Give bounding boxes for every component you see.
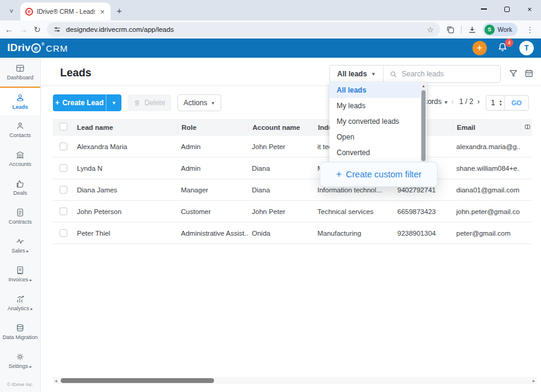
sidebar-item-sales[interactable]: Sales ▸	[0, 231, 40, 260]
cell-industry: Information technol...	[314, 186, 394, 194]
contracts-icon	[15, 207, 25, 218]
table-row[interactable]: Peter ThielAdministrative Assist...Onida…	[53, 222, 532, 244]
cell-role: Customer	[177, 208, 248, 215]
row-checkbox[interactable]	[60, 186, 67, 194]
filter-funnel-icon[interactable]	[509, 69, 518, 78]
stepper-down-icon[interactable]: ▾	[500, 103, 502, 106]
create-custom-filter-button[interactable]: + Create custom filter	[320, 162, 438, 187]
search-input[interactable]: Search leads	[384, 70, 500, 78]
toolbar-separator	[461, 25, 462, 34]
scroll-up-icon[interactable]: ▲	[420, 82, 427, 89]
dropdown-scrollbar[interactable]: ▲	[420, 82, 427, 162]
row-checkbox[interactable]	[60, 207, 67, 215]
column-header-role[interactable]: Role	[177, 123, 248, 132]
row-checkbox[interactable]	[60, 229, 67, 237]
page-number-input[interactable]: 1	[486, 99, 500, 107]
header-divider	[41, 85, 541, 86]
sidebar-item-contracts[interactable]: Contracts	[0, 202, 40, 231]
sidebar-item-label: Data Migration	[2, 335, 38, 340]
go-button[interactable]: GO	[504, 96, 528, 110]
bookmark-star-icon[interactable]: ☆	[427, 25, 434, 34]
browser-tab-strip: ˅ e IDrive® CRM - Leads × + ×	[0, 0, 541, 20]
sidebar-item-label: Analytics ▸	[7, 306, 32, 311]
actions-button[interactable]: Actions ▼	[177, 94, 221, 111]
sidebar-item-data-migration[interactable]: Data Migration	[0, 317, 40, 346]
column-header-account-name[interactable]: Account name	[248, 123, 314, 132]
row-checkbox[interactable]	[60, 142, 67, 150]
cell-lead: Peter Thiel	[73, 230, 177, 237]
sidebar-item-dashboard[interactable]: Dashboard	[0, 58, 40, 87]
page-indicator: 1 / 2	[459, 97, 473, 106]
select-all-checkbox[interactable]	[60, 123, 67, 130]
row-checkbox[interactable]	[60, 164, 67, 172]
filter-option-all-leads[interactable]: All leads	[329, 82, 420, 98]
tab-title: IDrive® CRM - Leads	[37, 8, 95, 15]
window-close-button[interactable]: ×	[518, 1, 541, 17]
download-icon[interactable]	[468, 25, 477, 34]
table-row[interactable]: Diana JamesManagerDianaInformation techn…	[53, 179, 532, 201]
table-row[interactable]: John PetersonCustomerJohn PeterTechnical…	[53, 201, 532, 222]
window-minimize-button[interactable]	[472, 1, 495, 17]
tab-close-icon[interactable]: ×	[99, 7, 106, 16]
cell-email: shane.william084+e...	[453, 165, 520, 172]
delete-button[interactable]: Delete	[127, 94, 171, 111]
scrollbar-track[interactable]	[59, 377, 531, 384]
leads-filter-dropdown-trigger[interactable]: All leads ▼	[330, 66, 384, 82]
browser-profile-chip[interactable]: S Work	[483, 23, 518, 36]
next-page-button[interactable]: ›	[477, 97, 480, 106]
quick-add-button[interactable]: +	[472, 41, 487, 55]
sidebar-item-leads[interactable]: Leads	[0, 87, 40, 115]
window-restore-button[interactable]	[495, 1, 518, 17]
cell-email: diana01@gmail.com	[453, 186, 520, 194]
sidebar-item-analytics[interactable]: Analytics ▸	[0, 289, 40, 317]
browser-menu-icon[interactable]: ⋮	[524, 25, 536, 34]
back-icon[interactable]: ←	[5, 25, 13, 34]
filter-option-my-converted-leads[interactable]: My converted leads	[329, 114, 420, 129]
cell-role: Admin	[177, 165, 248, 172]
column-picker-icon[interactable]	[524, 123, 531, 131]
scroll-right-icon[interactable]: ▸	[531, 378, 537, 384]
page-stepper[interactable]: ▴▾	[500, 99, 502, 106]
dropdown-scrollbar-thumb[interactable]	[421, 90, 426, 161]
filter-option-my-leads[interactable]: My leads	[329, 98, 420, 114]
tab-search-chevron-icon[interactable]: ˅	[5, 4, 18, 17]
profile-avatar: S	[484, 25, 495, 35]
site-settings-icon[interactable]	[53, 25, 61, 34]
cell-account: Diana	[248, 165, 314, 172]
extensions-icon[interactable]	[446, 25, 455, 34]
table-row[interactable]: Alexandra MariaAdminJohn Peterit tecalex…	[53, 136, 532, 158]
scrollbar-thumb[interactable]	[61, 378, 214, 383]
table-row[interactable]: Lynda NAdminDianaMshane.william084+e...	[53, 158, 532, 179]
notifications-button[interactable]: 4	[497, 41, 510, 55]
filter-option-converted[interactable]: Converted	[329, 145, 420, 161]
horizontal-scrollbar[interactable]: ◂ ▸	[53, 377, 537, 384]
cell-lead: Lynda N	[73, 165, 177, 172]
browser-tab[interactable]: e IDrive® CRM - Leads ×	[20, 2, 111, 20]
address-bar[interactable]: designdev.idrivecrm.com/app/leads ☆	[47, 22, 440, 37]
sidebar-item-settings[interactable]: Settings ▸	[0, 346, 40, 375]
calendar-grid-icon[interactable]	[524, 69, 534, 78]
user-avatar[interactable]: T	[519, 41, 534, 55]
leads-table: Lead nameRoleAccount nameIndustryPhoneEm…	[53, 119, 532, 244]
url-text[interactable]: designdev.idrivecrm.com/app/leads	[66, 26, 422, 33]
reload-icon[interactable]: ↻	[34, 25, 41, 34]
prev-page-button[interactable]: ‹	[451, 97, 454, 106]
scroll-left-icon[interactable]: ◂	[53, 378, 59, 384]
create-lead-dropdown-caret[interactable]: ▼	[106, 94, 121, 111]
column-header-lead-name[interactable]: Lead name	[73, 123, 177, 132]
create-custom-filter-label: Create custom filter	[346, 170, 421, 179]
sidebar-item-accounts[interactable]: Accounts	[0, 144, 40, 173]
new-tab-button[interactable]: +	[117, 5, 122, 16]
trash-icon	[133, 99, 141, 106]
sidebar-item-invoices[interactable]: Invoices ▸	[0, 260, 40, 289]
browser-toolbar: ← → ↻ designdev.idrivecrm.com/app/leads …	[0, 20, 541, 38]
contacts-icon	[15, 121, 25, 131]
forward-icon[interactable]: →	[19, 25, 28, 34]
create-lead-button[interactable]: +Create Lead	[53, 94, 106, 111]
cell-lead: John Peterson	[73, 208, 177, 215]
sidebar-item-contacts[interactable]: Contacts	[0, 115, 40, 144]
sidebar-item-deals[interactable]: Deals	[0, 173, 40, 202]
cell-role: Manager	[177, 186, 248, 194]
filter-option-open[interactable]: Open	[329, 129, 420, 145]
column-header-email[interactable]: Email	[453, 123, 520, 132]
